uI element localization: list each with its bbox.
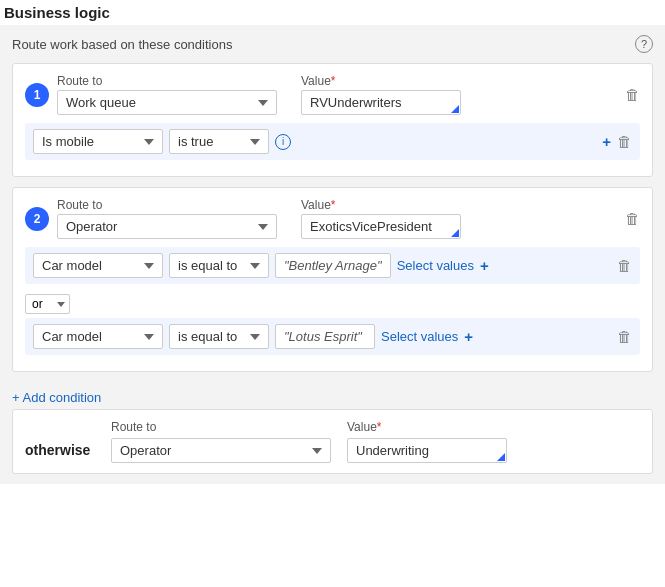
operator-select-1-0[interactable]: is true is false is equal to: [169, 129, 269, 154]
main-container: Route work based on these conditions ? 1…: [0, 25, 665, 484]
or-row: or and: [25, 294, 70, 314]
otherwise-route-select[interactable]: Work queue Operator: [111, 438, 331, 463]
value-text-2-0: "Bentley Arnage": [275, 253, 391, 278]
otherwise-label: otherwise: [25, 420, 95, 458]
field-select-2-0[interactable]: Car model Is mobile: [33, 253, 163, 278]
route-row-1: 1 Route to Work queue Operator Value* 🗑: [25, 74, 640, 115]
value-input-1[interactable]: [301, 90, 461, 115]
delete-rule-2-1[interactable]: 🗑: [617, 328, 632, 345]
value-label-1: Value*: [301, 74, 461, 88]
otherwise-route-label: Route to: [111, 420, 331, 434]
otherwise-fields: Route to Work queue Operator Value*: [111, 420, 507, 463]
delete-condition-1[interactable]: 🗑: [625, 86, 640, 103]
info-icon-1-0[interactable]: i: [275, 134, 291, 150]
value-text-2-1: "Lotus Esprit": [275, 324, 375, 349]
help-icon[interactable]: ?: [635, 35, 653, 53]
otherwise-block: otherwise Route to Work queue Operator V…: [12, 409, 653, 474]
add-condition-button[interactable]: + Add condition: [12, 382, 653, 409]
field-select-1-0[interactable]: Is mobile Car model: [33, 129, 163, 154]
delete-condition-2[interactable]: 🗑: [625, 210, 640, 227]
value-input-2[interactable]: [301, 214, 461, 239]
route-row-2: 2 Route to Work queue Operator Value* 🗑: [25, 198, 640, 239]
condition-block-1: 1 Route to Work queue Operator Value* 🗑: [12, 63, 653, 177]
delete-rule-1-0[interactable]: 🗑: [617, 133, 632, 150]
field-select-2-1[interactable]: Car model Is mobile: [33, 324, 163, 349]
route-label-1: Route to: [57, 74, 277, 88]
subtitle: Route work based on these conditions: [12, 37, 232, 52]
otherwise-value-group: Value*: [347, 420, 507, 463]
select-values-link-2-1[interactable]: Select values: [381, 329, 458, 344]
condition-block-2: 2 Route to Work queue Operator Value* 🗑: [12, 187, 653, 372]
otherwise-route-group: Route to Work queue Operator: [111, 420, 331, 463]
add-rule-2-1[interactable]: +: [464, 328, 473, 345]
route-label-2: Route to: [57, 198, 277, 212]
delete-rule-2-0[interactable]: 🗑: [617, 257, 632, 274]
route-to-select-1[interactable]: Work queue Operator: [57, 90, 277, 115]
operator-select-2-1[interactable]: is equal to is true: [169, 324, 269, 349]
route-to-select-2[interactable]: Work queue Operator: [57, 214, 277, 239]
or-dropdown[interactable]: or and: [25, 294, 70, 314]
subtitle-row: Route work based on these conditions ?: [12, 35, 653, 53]
rule-row-2-1: Car model Is mobile is equal to is true …: [25, 318, 640, 355]
select-values-link-2-0[interactable]: Select values: [397, 258, 474, 273]
rule-row-1-0: Is mobile Car model is true is false is …: [25, 123, 640, 160]
rule-row-2-0: Car model Is mobile is equal to is true …: [25, 247, 640, 284]
page-header: Business logic: [0, 0, 665, 25]
condition-number-1: 1: [25, 83, 49, 107]
operator-select-2-0[interactable]: is equal to is true: [169, 253, 269, 278]
otherwise-value-label: Value*: [347, 420, 507, 434]
add-rule-1-0[interactable]: +: [602, 133, 611, 150]
add-rule-2-0[interactable]: +: [480, 257, 489, 274]
value-label-2: Value*: [301, 198, 461, 212]
condition-number-2: 2: [25, 207, 49, 231]
otherwise-value-input[interactable]: [347, 438, 507, 463]
